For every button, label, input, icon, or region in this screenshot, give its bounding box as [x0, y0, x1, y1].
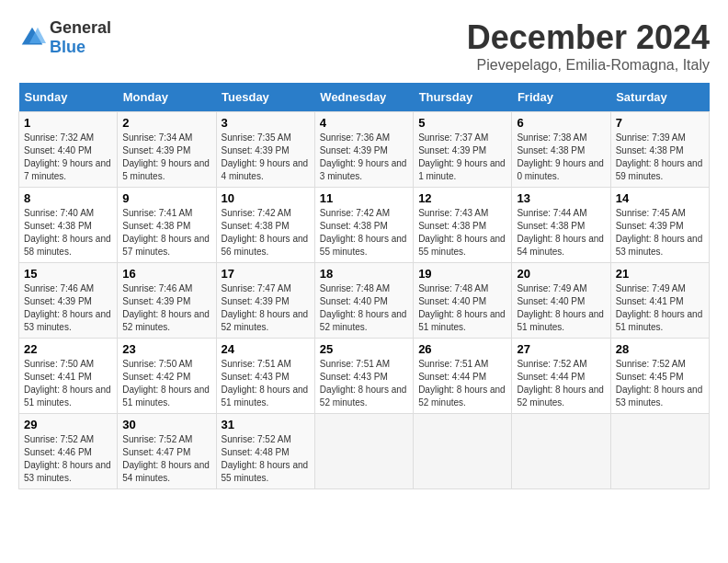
- day-number: 27: [517, 342, 605, 356]
- location: Pievepelago, Emilia-Romagna, Italy: [467, 57, 710, 74]
- calendar-cell: [314, 414, 413, 489]
- logo-icon: [18, 24, 46, 52]
- day-number: 11: [320, 191, 408, 205]
- calendar-cell: 9 Sunrise: 7:41 AM Sunset: 4:38 PM Dayli…: [118, 188, 216, 263]
- calendar-cell: 31 Sunrise: 7:52 AM Sunset: 4:48 PM Dayl…: [216, 414, 314, 489]
- day-info: Sunrise: 7:42 AM Sunset: 4:38 PM Dayligh…: [222, 207, 310, 259]
- day-number: 13: [517, 191, 605, 205]
- day-info: Sunrise: 7:42 AM Sunset: 4:38 PM Dayligh…: [320, 207, 408, 259]
- calendar-cell: 25 Sunrise: 7:51 AM Sunset: 4:43 PM Dayl…: [314, 339, 413, 414]
- day-number: 22: [24, 342, 112, 356]
- day-info: Sunrise: 7:46 AM Sunset: 4:39 PM Dayligh…: [122, 282, 210, 334]
- calendar-cell: 26 Sunrise: 7:51 AM Sunset: 4:44 PM Dayl…: [414, 339, 512, 414]
- calendar-cell: 8 Sunrise: 7:40 AM Sunset: 4:38 PM Dayli…: [19, 188, 118, 263]
- calendar-cell: 20 Sunrise: 7:49 AM Sunset: 4:40 PM Dayl…: [512, 263, 610, 339]
- day-number: 15: [24, 267, 112, 281]
- calendar-cell: 7 Sunrise: 7:39 AM Sunset: 4:38 PM Dayli…: [610, 112, 709, 188]
- calendar-cell: 14 Sunrise: 7:45 AM Sunset: 4:39 PM Dayl…: [610, 188, 709, 263]
- day-info: Sunrise: 7:52 AM Sunset: 4:45 PM Dayligh…: [616, 358, 704, 409]
- day-info: Sunrise: 7:36 AM Sunset: 4:39 PM Dayligh…: [320, 132, 408, 183]
- day-number: 4: [320, 116, 408, 130]
- day-info: Sunrise: 7:52 AM Sunset: 4:47 PM Dayligh…: [122, 433, 210, 485]
- calendar-cell: 29 Sunrise: 7:52 AM Sunset: 4:46 PM Dayl…: [19, 414, 118, 489]
- day-number: 8: [24, 191, 112, 205]
- day-number: 5: [418, 116, 506, 130]
- day-number: 9: [122, 191, 210, 205]
- calendar-cell: [512, 414, 610, 489]
- day-number: 3: [222, 116, 310, 130]
- calendar-cell: 10 Sunrise: 7:42 AM Sunset: 4:38 PM Dayl…: [216, 188, 314, 263]
- calendar-cell: 18 Sunrise: 7:48 AM Sunset: 4:40 PM Dayl…: [314, 263, 413, 339]
- calendar-cell: 13 Sunrise: 7:44 AM Sunset: 4:38 PM Dayl…: [512, 188, 610, 263]
- logo-text-general: General: [50, 18, 111, 37]
- day-info: Sunrise: 7:46 AM Sunset: 4:39 PM Dayligh…: [24, 282, 112, 334]
- day-info: Sunrise: 7:43 AM Sunset: 4:38 PM Dayligh…: [418, 207, 506, 259]
- day-info: Sunrise: 7:40 AM Sunset: 4:38 PM Dayligh…: [24, 207, 112, 259]
- day-info: Sunrise: 7:45 AM Sunset: 4:39 PM Dayligh…: [616, 207, 704, 259]
- day-number: 25: [320, 342, 408, 356]
- day-info: Sunrise: 7:51 AM Sunset: 4:43 PM Dayligh…: [320, 358, 408, 409]
- day-number: 1: [24, 116, 112, 130]
- calendar-week-3: 15 Sunrise: 7:46 AM Sunset: 4:39 PM Dayl…: [19, 263, 710, 339]
- day-number: 16: [122, 267, 210, 281]
- header-wednesday: Wednesday: [314, 83, 413, 112]
- calendar-cell: [610, 414, 709, 489]
- day-info: Sunrise: 7:52 AM Sunset: 4:48 PM Dayligh…: [222, 433, 310, 485]
- day-number: 26: [418, 342, 506, 356]
- day-number: 2: [122, 116, 210, 130]
- calendar-cell: 12 Sunrise: 7:43 AM Sunset: 4:38 PM Dayl…: [414, 188, 512, 263]
- calendar-cell: 16 Sunrise: 7:46 AM Sunset: 4:39 PM Dayl…: [118, 263, 216, 339]
- calendar-header-row: SundayMondayTuesdayWednesdayThursdayFrid…: [19, 83, 710, 112]
- day-number: 7: [616, 116, 704, 130]
- calendar-cell: 2 Sunrise: 7:34 AM Sunset: 4:39 PM Dayli…: [118, 112, 216, 188]
- header-saturday: Saturday: [610, 83, 709, 112]
- day-info: Sunrise: 7:32 AM Sunset: 4:40 PM Dayligh…: [24, 132, 112, 183]
- logo: General Blue: [18, 18, 111, 57]
- calendar-cell: 1 Sunrise: 7:32 AM Sunset: 4:40 PM Dayli…: [19, 112, 118, 188]
- day-number: 14: [616, 191, 704, 205]
- day-info: Sunrise: 7:37 AM Sunset: 4:39 PM Dayligh…: [418, 132, 506, 183]
- title-area: December 2024 Pievepelago, Emilia-Romagn…: [467, 18, 710, 74]
- page-header: General Blue December 2024 Pievepelago, …: [18, 18, 710, 74]
- day-info: Sunrise: 7:35 AM Sunset: 4:39 PM Dayligh…: [222, 132, 310, 183]
- calendar-cell: 17 Sunrise: 7:47 AM Sunset: 4:39 PM Dayl…: [216, 263, 314, 339]
- calendar-cell: 5 Sunrise: 7:37 AM Sunset: 4:39 PM Dayli…: [414, 112, 512, 188]
- day-number: 20: [517, 267, 605, 281]
- day-number: 23: [122, 342, 210, 356]
- day-info: Sunrise: 7:50 AM Sunset: 4:41 PM Dayligh…: [24, 358, 112, 409]
- day-info: Sunrise: 7:52 AM Sunset: 4:46 PM Dayligh…: [24, 433, 112, 485]
- day-info: Sunrise: 7:47 AM Sunset: 4:39 PM Dayligh…: [222, 282, 310, 334]
- calendar-cell: [414, 414, 512, 489]
- day-number: 30: [122, 418, 210, 431]
- header-monday: Monday: [118, 83, 216, 112]
- day-info: Sunrise: 7:41 AM Sunset: 4:38 PM Dayligh…: [122, 207, 210, 259]
- header-tuesday: Tuesday: [216, 83, 314, 112]
- calendar-week-4: 22 Sunrise: 7:50 AM Sunset: 4:41 PM Dayl…: [19, 339, 710, 414]
- day-info: Sunrise: 7:48 AM Sunset: 4:40 PM Dayligh…: [418, 282, 506, 334]
- day-number: 12: [418, 191, 506, 205]
- day-info: Sunrise: 7:48 AM Sunset: 4:40 PM Dayligh…: [320, 282, 408, 334]
- header-thursday: Thursday: [414, 83, 512, 112]
- calendar-cell: 30 Sunrise: 7:52 AM Sunset: 4:47 PM Dayl…: [118, 414, 216, 489]
- header-friday: Friday: [512, 83, 610, 112]
- day-info: Sunrise: 7:49 AM Sunset: 4:40 PM Dayligh…: [517, 282, 605, 334]
- calendar-cell: 11 Sunrise: 7:42 AM Sunset: 4:38 PM Dayl…: [314, 188, 413, 263]
- day-info: Sunrise: 7:51 AM Sunset: 4:44 PM Dayligh…: [418, 358, 506, 409]
- day-number: 17: [222, 267, 310, 281]
- day-number: 31: [222, 418, 310, 431]
- day-info: Sunrise: 7:51 AM Sunset: 4:43 PM Dayligh…: [222, 358, 310, 409]
- day-info: Sunrise: 7:39 AM Sunset: 4:38 PM Dayligh…: [616, 132, 704, 183]
- calendar-cell: 6 Sunrise: 7:38 AM Sunset: 4:38 PM Dayli…: [512, 112, 610, 188]
- day-number: 6: [517, 116, 605, 130]
- logo-text-blue: Blue: [50, 38, 85, 56]
- header-sunday: Sunday: [19, 83, 118, 112]
- calendar-cell: 23 Sunrise: 7:50 AM Sunset: 4:42 PM Dayl…: [118, 339, 216, 414]
- calendar-cell: 22 Sunrise: 7:50 AM Sunset: 4:41 PM Dayl…: [19, 339, 118, 414]
- day-number: 24: [222, 342, 310, 356]
- calendar-cell: 28 Sunrise: 7:52 AM Sunset: 4:45 PM Dayl…: [610, 339, 709, 414]
- calendar-cell: 24 Sunrise: 7:51 AM Sunset: 4:43 PM Dayl…: [216, 339, 314, 414]
- calendar-cell: 4 Sunrise: 7:36 AM Sunset: 4:39 PM Dayli…: [314, 112, 413, 188]
- day-info: Sunrise: 7:38 AM Sunset: 4:38 PM Dayligh…: [517, 132, 605, 183]
- calendar-cell: 27 Sunrise: 7:52 AM Sunset: 4:44 PM Dayl…: [512, 339, 610, 414]
- day-number: 29: [24, 418, 112, 431]
